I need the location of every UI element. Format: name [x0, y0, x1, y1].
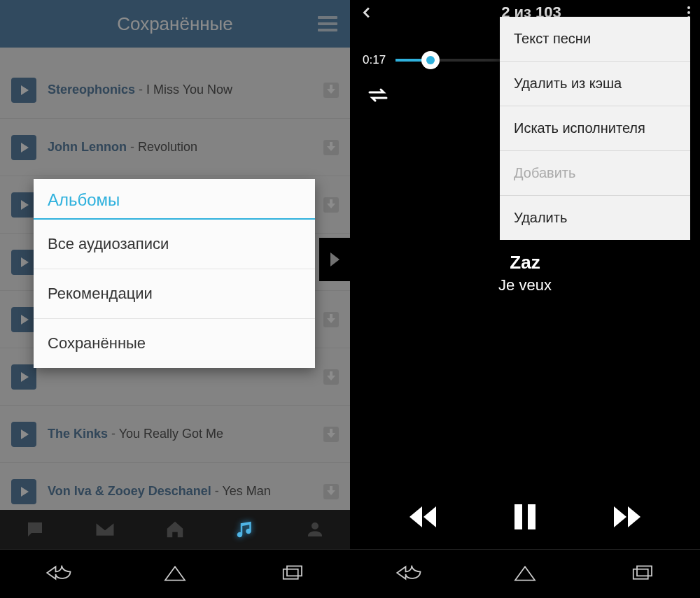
svg-rect-1 [287, 566, 302, 576]
android-navbar [0, 549, 350, 598]
back-icon[interactable] [360, 5, 375, 20]
svg-rect-5 [637, 566, 652, 576]
android-navbar [350, 549, 700, 598]
popup-item-saved[interactable]: Сохранённые [34, 319, 315, 368]
elapsed-time: 0:17 [363, 53, 386, 67]
tab-chat[interactable] [21, 515, 49, 543]
repeat-icon[interactable] [365, 87, 391, 104]
tab-mail[interactable] [91, 515, 119, 543]
pause-button[interactable] [513, 503, 537, 534]
tab-profile[interactable] [301, 515, 329, 543]
nav-back-icon[interactable] [43, 561, 73, 588]
nav-recent-icon[interactable] [277, 561, 307, 588]
left-phone: Сохранённые Stereophonics - I Miss You N… [0, 0, 350, 598]
tab-home[interactable] [161, 515, 189, 543]
progress-thumb[interactable] [421, 51, 440, 69]
context-menu: Текст песниУдалить из кэшаИскать исполни… [500, 17, 690, 240]
menu-item[interactable]: Искать исполнителя [500, 106, 690, 151]
nav-recent-icon[interactable] [627, 561, 657, 588]
tab-music[interactable] [231, 515, 259, 543]
nav-back-icon[interactable] [393, 561, 423, 588]
menu-item[interactable]: Удалить из кэша [500, 62, 690, 106]
menu-item: Добавить [500, 151, 690, 196]
popup-item-recs[interactable]: Рекомендации [34, 269, 315, 319]
nav-home-icon[interactable] [510, 561, 540, 588]
svg-rect-2 [514, 504, 522, 529]
popup-title: Альбомы [34, 179, 315, 220]
playback-controls [350, 503, 700, 534]
svg-rect-4 [633, 569, 648, 578]
popup-item-all[interactable]: Все аудиозаписи [34, 220, 315, 269]
right-phone: 2 из 103 0:17 Текст песниУдалить из кэша… [350, 0, 700, 598]
menu-item[interactable]: Удалить [500, 196, 690, 240]
svg-rect-0 [283, 569, 298, 578]
app-tabbar [0, 510, 350, 549]
now-title: Je veux [350, 276, 700, 294]
prev-button[interactable] [408, 504, 439, 533]
nav-home-icon[interactable] [160, 561, 190, 588]
now-playing: Zaz Je veux [350, 252, 700, 294]
menu-item[interactable]: Текст песни [500, 17, 690, 62]
svg-rect-3 [528, 504, 536, 529]
category-popup: Альбомы Все аудиозаписи Рекомендации Сох… [34, 179, 315, 368]
next-button[interactable] [611, 504, 642, 533]
now-artist: Zaz [350, 252, 700, 273]
